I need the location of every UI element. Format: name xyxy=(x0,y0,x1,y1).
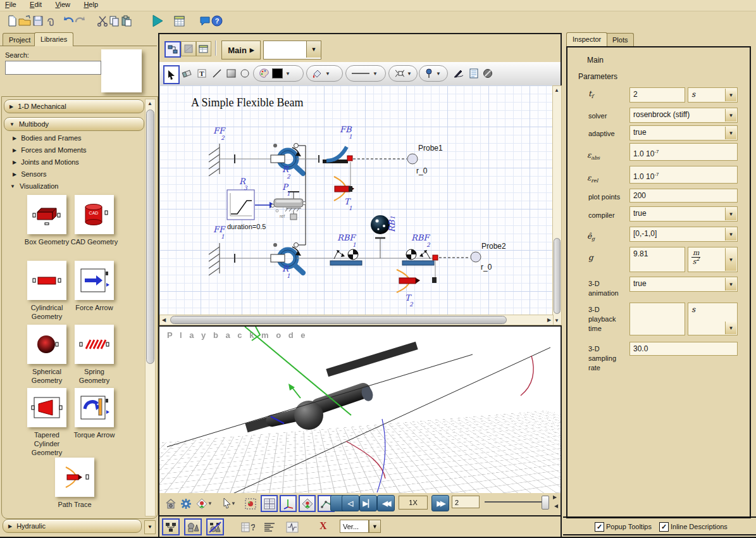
flexible-beam-fb1[interactable] xyxy=(323,147,352,163)
adaptive-combo[interactable]: true▼ xyxy=(629,125,738,141)
version-combo[interactable]: Ver... xyxy=(340,520,369,533)
menu-file[interactable]: File xyxy=(5,1,16,8)
sampling-rate-field[interactable]: 30.0 xyxy=(629,342,738,356)
animation-combo[interactable]: true▼ xyxy=(629,277,738,292)
combo-arrow-icon[interactable]: ▼ xyxy=(725,278,736,291)
paste-button[interactable] xyxy=(120,14,133,28)
menu-view[interactable]: View xyxy=(55,1,70,8)
tf-value-field[interactable]: 2 xyxy=(629,87,685,103)
select-tool[interactable] xyxy=(163,65,180,84)
flange-port[interactable] xyxy=(273,243,277,247)
toggle-geometry-button[interactable] xyxy=(299,495,316,512)
tree-item-bodies-frames[interactable]: ▶Bodies and Frames xyxy=(13,134,82,142)
combo-arrow-icon[interactable]: ▼ xyxy=(725,127,736,139)
eraser-tool[interactable] xyxy=(180,65,194,82)
console-output-button[interactable] xyxy=(261,518,278,535)
probe2-node[interactable] xyxy=(471,252,481,262)
breadcrumb-main-button[interactable]: Main▶ xyxy=(221,41,261,59)
flange-port[interactable] xyxy=(273,144,277,147)
redo-button[interactable] xyxy=(73,14,87,28)
diagram-view-button[interactable] xyxy=(164,41,181,58)
fixed-frame-ff2[interactable] xyxy=(209,144,220,176)
show-3d-button[interactable] xyxy=(184,518,202,535)
signal-wire[interactable] xyxy=(299,146,306,245)
g-value-field[interactable]: 9.81 xyxy=(629,247,685,272)
scroll-down-icon[interactable]: ▼ xyxy=(554,318,560,323)
line-tool[interactable] xyxy=(210,65,224,82)
menu-help[interactable]: Help xyxy=(84,1,98,8)
sidebar-scrollbar[interactable]: ▲ xyxy=(145,99,156,516)
path-trace-t2[interactable] xyxy=(397,270,437,292)
rewind-button[interactable]: ◀◀ xyxy=(377,495,395,511)
signal-monitor-button[interactable] xyxy=(283,518,301,535)
flange-port[interactable] xyxy=(294,243,299,247)
playback-time-field[interactable] xyxy=(629,303,685,335)
compiler-combo[interactable]: true▼ xyxy=(629,206,738,222)
fast-forward-button[interactable]: ▶▶ xyxy=(431,495,449,511)
flange-port[interactable] xyxy=(294,144,299,148)
combo-arrow-icon[interactable]: ▼ xyxy=(725,248,736,271)
disable-tool[interactable] xyxy=(481,65,495,82)
popup-tooltips-checkbox[interactable]: ✓ xyxy=(595,522,604,532)
menu-edit[interactable]: Edit xyxy=(30,1,42,8)
playback-time-field[interactable]: 2 xyxy=(452,496,480,508)
port-style-picker[interactable]: ▼ xyxy=(388,65,418,82)
scroll-up-icon[interactable]: ▲ xyxy=(554,87,560,93)
pin-annotation-picker[interactable]: ▼ xyxy=(419,65,448,82)
datasheet-button[interactable] xyxy=(172,14,186,28)
open-file-button[interactable] xyxy=(18,14,32,28)
palette-spherical-geometry[interactable] xyxy=(27,325,66,364)
tab-project[interactable]: Project xyxy=(3,33,37,46)
eps-abs-field[interactable]: 1.0 10-7 xyxy=(629,143,738,161)
ellipse-tool[interactable] xyxy=(238,65,252,82)
new-file-button[interactable] xyxy=(5,14,19,28)
close-console-button[interactable]: X xyxy=(319,520,327,532)
scroll-right-icon[interactable]: ▶ xyxy=(547,317,552,323)
rigid-beam-frame-rbf1[interactable] xyxy=(330,249,362,265)
tf-unit-combo[interactable]: s▼ xyxy=(688,87,738,103)
model-help-button[interactable]: ? xyxy=(239,518,257,535)
fixed-frame-ff1[interactable] xyxy=(209,243,220,275)
playback-time-unit-combo[interactable]: s▼ xyxy=(688,303,738,335)
play-to-end-button[interactable]: ▶▏ xyxy=(359,495,377,511)
expand-right-icon[interactable]: ▶ xyxy=(553,494,557,500)
rectangle-tool[interactable] xyxy=(224,65,238,82)
toggle-axes-button[interactable] xyxy=(280,495,297,512)
palette-cad-geometry[interactable]: CAD xyxy=(75,195,114,234)
line-style-picker[interactable]: ▼ xyxy=(345,65,386,82)
tree-item-forces-moments[interactable]: ▶Forces and Moments xyxy=(13,146,86,154)
dropdown-arrow-icon[interactable]: ▼ xyxy=(231,501,236,506)
show-both-button[interactable] xyxy=(206,518,224,535)
combo-arrow-icon[interactable]: ▼ xyxy=(306,41,321,58)
model-tree-button[interactable] xyxy=(181,41,196,56)
tree-item-joints-motions[interactable]: ▶Joints and Motions xyxy=(13,158,79,166)
save-button[interactable] xyxy=(31,14,45,28)
section-hydraulic[interactable]: ▶ Hydraulic xyxy=(3,519,142,533)
attach-button[interactable] xyxy=(44,14,58,28)
scroll-left-icon[interactable]: ◀ xyxy=(161,317,166,323)
section-1d-mechanical[interactable]: ▶ 1-D Mechanical xyxy=(4,99,144,113)
fit-view-button[interactable] xyxy=(243,496,258,512)
show-diagram-button[interactable] xyxy=(162,518,180,535)
version-combo-arrow-icon[interactable]: ▼ xyxy=(369,520,381,533)
playback-slider-handle[interactable] xyxy=(542,496,549,510)
diagram-canvas[interactable]: A Simple Flexible Beam FF2 R2 xyxy=(159,85,552,315)
rigid-beam-frame-rbf2[interactable] xyxy=(402,249,434,265)
combo-arrow-icon[interactable]: ▼ xyxy=(725,89,736,101)
view-settings-button[interactable] xyxy=(178,496,194,512)
playback-slider-track[interactable] xyxy=(485,501,545,503)
gravity-vector-combo[interactable]: [0,-1,0]▼ xyxy=(629,227,738,242)
probe1-node[interactable] xyxy=(407,154,418,164)
palette-box-geometry[interactable] xyxy=(27,195,66,234)
toggle-grid-button[interactable] xyxy=(261,495,278,512)
fill-color-picker[interactable]: ▼ xyxy=(306,65,343,82)
scroll-up-icon[interactable]: ▲ xyxy=(147,101,153,106)
sidebar-scrollbar-thumb[interactable] xyxy=(146,109,154,364)
playback-3d-view[interactable]: P l a y b a c k m o d e xyxy=(159,325,561,494)
combo-arrow-icon[interactable]: ▼ xyxy=(725,109,736,122)
tree-item-visualization[interactable]: ▼Visualization xyxy=(10,182,58,190)
panel-scroll-down-button[interactable]: ▼ xyxy=(144,520,156,534)
canvas-vscrollbar[interactable]: ▲ ▼ xyxy=(552,85,562,325)
camera-home-button[interactable] xyxy=(163,496,178,512)
tab-inspector[interactable]: Inspector xyxy=(566,32,607,46)
